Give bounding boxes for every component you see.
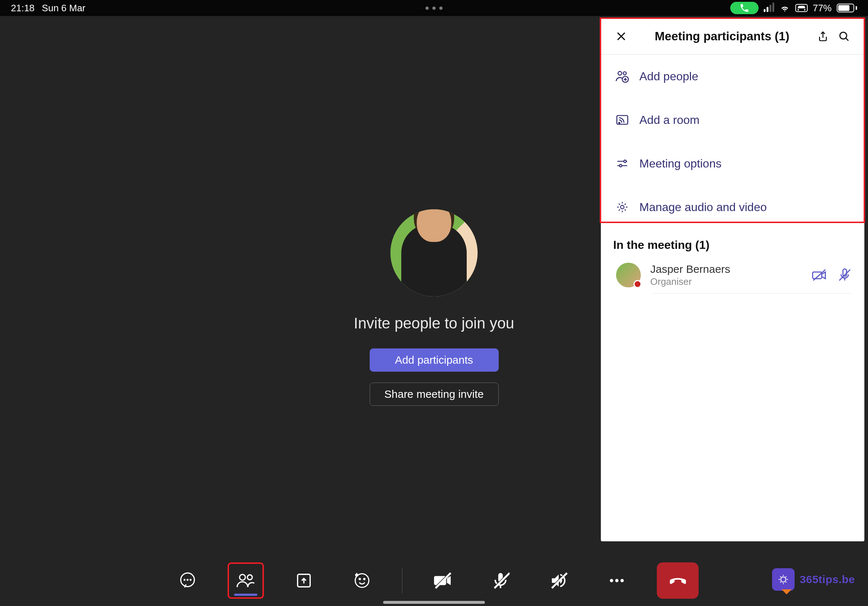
meeting-options-option[interactable]: Meeting options (601, 142, 864, 185)
close-panel-button[interactable] (612, 30, 630, 43)
svg-point-7 (240, 574, 245, 580)
battery-percentage: 77% (813, 3, 832, 14)
meeting-toolbar (0, 555, 868, 606)
active-call-pill[interactable] (730, 2, 759, 14)
share-screen-button[interactable] (286, 563, 322, 599)
svg-point-23 (618, 71, 622, 75)
toolbar-divider (402, 568, 402, 593)
svg-point-20 (615, 579, 618, 582)
self-avatar (391, 209, 477, 297)
status-bar: 21:18 Sun 6 Mar 77% (0, 0, 868, 16)
add-people-icon (613, 69, 631, 83)
svg-point-11 (359, 578, 360, 580)
panel-header: Meeting participants (1) (601, 18, 864, 54)
add-room-option[interactable]: Add a room (601, 98, 864, 142)
sliders-icon (613, 157, 631, 170)
add-participants-button[interactable]: Add participants (370, 348, 499, 372)
add-room-icon (613, 113, 631, 127)
hangup-button[interactable] (657, 563, 699, 599)
participant-divider (652, 293, 852, 294)
reactions-button[interactable] (344, 563, 380, 599)
home-indicator[interactable] (383, 601, 485, 604)
svg-point-29 (619, 165, 622, 167)
more-options-button[interactable] (599, 563, 635, 599)
svg-point-21 (620, 579, 624, 582)
multitask-dots[interactable] (426, 6, 443, 10)
wifi-icon (779, 4, 790, 12)
presence-busy-icon (634, 280, 642, 288)
manage-av-label: Manage audio and video (639, 201, 767, 214)
meeting-options-label: Meeting options (639, 157, 722, 170)
mic-toggle-button[interactable] (482, 563, 519, 599)
svg-point-6 (190, 580, 191, 580)
invite-heading: Invite people to join you (354, 315, 514, 332)
participant-mic-off-icon (837, 268, 852, 282)
panel-options-list: Add people Add a room Meeting options Ma… (601, 54, 864, 229)
svg-point-1 (797, 9, 799, 11)
svg-point-22 (840, 32, 847, 39)
battery-icon (837, 4, 857, 12)
panel-title: Meeting participants (1) (630, 29, 814, 43)
svg-point-12 (364, 578, 365, 580)
gear-icon (613, 201, 631, 213)
svg-point-2 (804, 9, 806, 11)
svg-point-4 (184, 580, 185, 580)
participant-row[interactable]: Jasper Bernaers Organiser (601, 257, 864, 293)
add-people-label: Add people (639, 70, 698, 83)
participants-panel: Meeting participants (1) Add people Add … (601, 18, 864, 541)
in-meeting-section-title: In the meeting (1) (601, 229, 864, 257)
svg-point-28 (624, 160, 626, 163)
svg-point-27 (618, 122, 620, 124)
speaker-toggle-button[interactable] (541, 563, 577, 599)
chat-button[interactable] (169, 563, 206, 599)
svg-point-5 (187, 580, 188, 580)
watermark-text: 365tips.be (800, 573, 855, 586)
svg-point-19 (610, 579, 613, 582)
status-date: Sun 6 Mar (42, 3, 85, 14)
svg-point-30 (620, 205, 624, 209)
search-participants-button[interactable] (835, 31, 853, 42)
participants-button[interactable] (228, 563, 264, 599)
share-meeting-invite-button[interactable]: Share meeting invite (370, 383, 499, 406)
cellular-signal-icon (764, 4, 774, 12)
camera-toggle-button[interactable] (424, 563, 460, 599)
svg-point-8 (248, 575, 253, 580)
participant-camera-off-icon (812, 268, 826, 282)
participant-avatar (616, 263, 641, 288)
watermark: 365tips.be (772, 568, 855, 591)
add-people-option[interactable]: Add people (601, 54, 864, 98)
manage-av-option[interactable]: Manage audio and video (601, 185, 864, 229)
share-participants-button[interactable] (814, 31, 832, 42)
svg-point-24 (623, 72, 626, 75)
status-time: 21:18 (11, 3, 34, 14)
svg-point-32 (781, 577, 786, 582)
watermark-logo-icon (772, 568, 795, 591)
carplay-icon (795, 4, 808, 12)
participant-role: Organiser (650, 276, 812, 288)
add-room-label: Add a room (639, 113, 699, 127)
participant-name: Jasper Bernaers (650, 263, 812, 275)
